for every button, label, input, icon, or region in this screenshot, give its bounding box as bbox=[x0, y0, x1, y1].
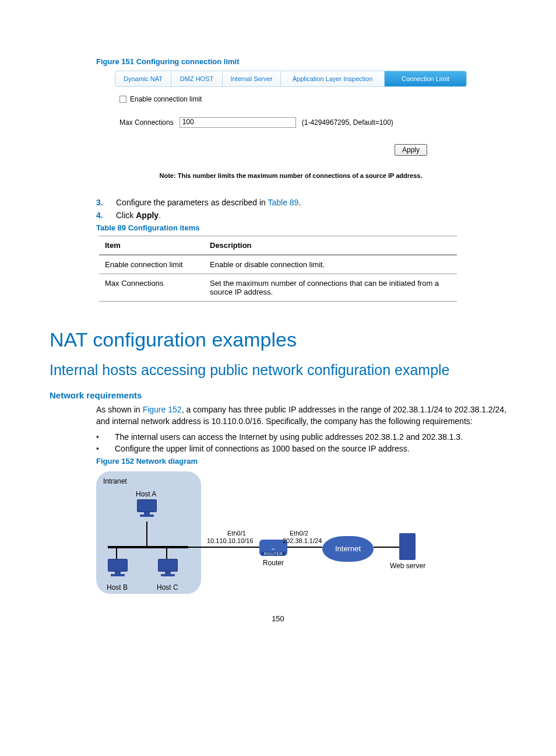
bullet-text: Configure the upper limit of connections… bbox=[115, 444, 410, 453]
bullet-text: The internal users can access the Intern… bbox=[115, 432, 463, 442]
label-intranet: Intranet bbox=[103, 477, 127, 485]
heading-internal-hosts-example: Internal hosts accessing public network … bbox=[50, 362, 506, 379]
max-connections-label: Max Connections bbox=[119, 118, 174, 127]
para-pre: As shown in bbox=[96, 405, 143, 414]
web-server-icon bbox=[399, 533, 416, 560]
step-number: 4. bbox=[96, 211, 105, 220]
enable-connection-limit-label: Enable connection limit bbox=[130, 95, 202, 103]
network-req-paragraph: As shown in Figure 152, a company has th… bbox=[96, 404, 506, 428]
step-list: 3. Configure the parameters as described… bbox=[96, 198, 506, 220]
label-host-c: Host C bbox=[157, 583, 178, 592]
cell-item: Enable connection limit bbox=[99, 255, 204, 274]
step-3: 3. Configure the parameters as described… bbox=[96, 198, 506, 207]
table-row: Enable connection limit Enable or disabl… bbox=[99, 255, 457, 274]
label-router: Router bbox=[263, 559, 284, 567]
figure-151-panel: Dynamic NAT DMZ HOST Internal Server App… bbox=[115, 71, 467, 184]
cell-item: Max Connections bbox=[99, 274, 204, 302]
link-table-89[interactable]: Table 89 bbox=[268, 198, 298, 207]
label-host-a: Host A bbox=[136, 490, 156, 498]
router-tag: ROUTER bbox=[262, 552, 286, 556]
table-header-item: Item bbox=[99, 236, 204, 256]
figure-151-caption: Figure 151 Configuring connection limit bbox=[96, 57, 506, 66]
figure-152-caption: Figure 152 Network diagram bbox=[96, 457, 506, 466]
step-4: 4. Click Apply. bbox=[96, 211, 506, 220]
host-b-icon bbox=[105, 559, 130, 581]
wire-icon bbox=[166, 547, 167, 559]
max-connections-input[interactable]: 100 bbox=[180, 117, 296, 128]
wire-icon bbox=[146, 522, 147, 546]
lan-bar-icon bbox=[108, 546, 188, 548]
label-ip01: 10.110.10.10/16 bbox=[207, 537, 254, 544]
host-a-icon bbox=[135, 499, 159, 522]
figure-152-diagram: Intranet Host A Host B Host C Eth0/1 10.… bbox=[96, 471, 458, 606]
cell-desc: Set the maximum number of connections th… bbox=[204, 274, 457, 302]
tab-dmz-host[interactable]: DMZ HOST bbox=[171, 71, 223, 86]
tab-dynamic-nat[interactable]: Dynamic NAT bbox=[115, 71, 171, 86]
tab-application-layer-inspection[interactable]: Application Layer Inspection bbox=[281, 71, 385, 86]
step-text-post: . bbox=[298, 198, 301, 207]
max-connections-hint: (1-4294967295, Default=100) bbox=[302, 118, 393, 127]
bullet-icon: • bbox=[96, 432, 101, 442]
link-figure-152[interactable]: Figure 152 bbox=[143, 405, 182, 414]
table-89: Item Description Enable connection limit… bbox=[99, 236, 457, 302]
wire-icon bbox=[374, 547, 399, 548]
step-text: Configure the parameters as described in bbox=[116, 198, 268, 207]
step-bold: Apply bbox=[136, 211, 159, 220]
step-text-post: . bbox=[159, 211, 161, 220]
wire-icon bbox=[188, 547, 259, 548]
host-c-icon bbox=[156, 559, 180, 581]
nat-tab-bar: Dynamic NAT DMZ HOST Internal Server App… bbox=[115, 71, 467, 87]
enable-connection-limit-checkbox[interactable] bbox=[119, 96, 126, 103]
label-host-b: Host B bbox=[107, 583, 128, 592]
bullet-2: • Configure the upper limit of connectio… bbox=[96, 444, 506, 453]
bullet-icon: • bbox=[96, 444, 101, 453]
table-header-description: Description bbox=[204, 236, 457, 256]
table-89-caption: Table 89 Configuration items bbox=[96, 223, 506, 232]
wire-icon bbox=[287, 547, 322, 548]
label-eth02: Eth0/2 bbox=[290, 530, 308, 537]
bullet-1: • The internal users can access the Inte… bbox=[96, 432, 506, 442]
page-number: 150 bbox=[0, 614, 556, 623]
heading-nat-config-examples: NAT configuration examples bbox=[50, 328, 506, 351]
step-text: Click bbox=[116, 211, 136, 220]
figure-151-note: Note: This number limits the maximum num… bbox=[119, 172, 462, 179]
heading-network-requirements: Network requirements bbox=[50, 390, 506, 400]
table-row: Max Connections Set the maximum number o… bbox=[99, 274, 457, 302]
label-eth01: Eth0/1 bbox=[227, 530, 246, 537]
label-web-server: Web server bbox=[390, 562, 425, 570]
tab-connection-limit[interactable]: Connection Limit bbox=[385, 71, 466, 86]
label-ip02: 202.38.1.1/24 bbox=[283, 537, 322, 544]
internet-cloud-icon: Internet bbox=[322, 536, 374, 562]
tab-internal-server[interactable]: Internal Server bbox=[223, 71, 281, 86]
wire-icon bbox=[116, 547, 117, 559]
cell-desc: Enable or disable connection limit. bbox=[204, 255, 457, 274]
apply-button[interactable]: Apply bbox=[395, 144, 427, 156]
step-number: 3. bbox=[96, 198, 105, 207]
